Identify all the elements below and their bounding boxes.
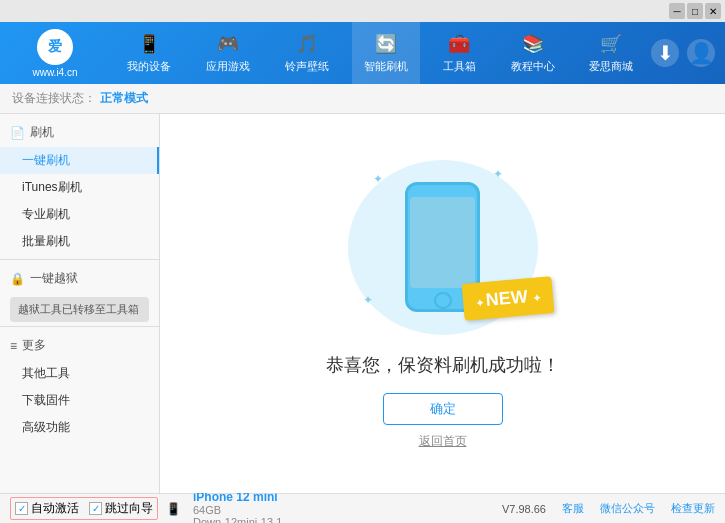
sidebar-section-more: ≡ 更多	[0, 331, 159, 360]
bottom-left: ✓ 自动激活 ✓ 跳过向导 📱 iPhone 12 mini 64GB Down…	[10, 490, 282, 524]
more-section-label: 更多	[22, 337, 46, 354]
device-capacity: 64GB	[193, 504, 282, 516]
device-info: iPhone 12 mini 64GB Down-12mini-13.1	[185, 490, 282, 524]
nav-icon-4: 🧰	[448, 33, 470, 55]
phone-screen	[410, 197, 475, 288]
skip-wizard-checkbox[interactable]: ✓ 跳过向导	[89, 500, 153, 517]
illustration-area: ✦ ✦ ✦ NEW 恭喜您，保资料刷机成功啦！ 确定 返回首页	[160, 114, 725, 493]
nav-item-1[interactable]: 🎮应用游戏	[194, 22, 262, 84]
sidebar-item-other-tools[interactable]: 其他工具	[0, 360, 159, 387]
more-icon: ≡	[10, 339, 17, 353]
flash-section-icon: 📄	[10, 126, 25, 140]
jailbreak-section-label: 一键越狱	[30, 270, 78, 287]
nav-label-3: 智能刷机	[364, 59, 408, 74]
sidebar-item-onekey-flash[interactable]: 一键刷机	[0, 147, 159, 174]
main-area: ✦ ✦ ✦ NEW 恭喜您，保资料刷机成功啦！ 确定 返回首页	[160, 114, 725, 493]
maximize-button[interactable]: □	[687, 3, 703, 19]
nav-icon-3: 🔄	[375, 33, 397, 55]
sidebar-item-pro-flash[interactable]: 专业刷机	[0, 201, 159, 228]
flash-section-label: 刷机	[30, 124, 54, 141]
sidebar-item-advanced[interactable]: 高级功能	[0, 414, 159, 441]
nav-label-0: 我的设备	[127, 59, 171, 74]
nav-icon-0: 📱	[138, 33, 160, 55]
minimize-button[interactable]: ─	[669, 3, 685, 19]
account-button[interactable]: 👤	[687, 39, 715, 67]
new-badge-text: NEW	[485, 286, 529, 310]
nav-icon-6: 🛒	[600, 33, 622, 55]
nav-item-4[interactable]: 🧰工具箱	[431, 22, 488, 84]
bottom-right: V7.98.66 客服 微信公众号 检查更新	[502, 501, 715, 516]
nav-item-5[interactable]: 📚教程中心	[499, 22, 567, 84]
back-link[interactable]: 返回首页	[419, 433, 467, 450]
nav-label-6: 爱思商城	[589, 59, 633, 74]
nav-item-2[interactable]: 🎵铃声壁纸	[273, 22, 341, 84]
service-link[interactable]: 客服	[562, 501, 584, 516]
nav-label-5: 教程中心	[511, 59, 555, 74]
nav-item-6[interactable]: 🛒爱思商城	[577, 22, 645, 84]
sidebar-section-jailbreak: 🔒 一键越狱	[0, 264, 159, 293]
logo-icon: 爱	[37, 29, 73, 65]
device-area: 📱 iPhone 12 mini 64GB Down-12mini-13.1	[166, 490, 282, 524]
nav-item-3[interactable]: 🔄智能刷机	[352, 22, 420, 84]
wechat-link[interactable]: 微信公众号	[600, 501, 655, 516]
nav-icon-1: 🎮	[217, 33, 239, 55]
sidebar-divider-1	[0, 259, 159, 260]
auto-activate-label: 自动激活	[31, 500, 79, 517]
header-right: ⬇ 👤	[651, 39, 725, 67]
star-3: ✦	[363, 293, 373, 307]
new-badge: NEW	[461, 276, 554, 321]
logo-area: 爱 www.i4.cn	[0, 29, 110, 78]
sidebar: 📄 刷机 一键刷机 iTunes刷机 专业刷机 批量刷机 🔒 一键越狱 越狱工具…	[0, 114, 160, 493]
sidebar-divider-2	[0, 326, 159, 327]
sidebar-item-batch-flash[interactable]: 批量刷机	[0, 228, 159, 255]
version-text: V7.98.66	[502, 503, 546, 515]
device-phone-icon: 📱	[166, 502, 181, 516]
star-2: ✦	[493, 167, 503, 181]
status-bar: 设备连接状态： 正常模式	[0, 84, 725, 114]
header: 爱 www.i4.cn 📱我的设备🎮应用游戏🎵铃声壁纸🔄智能刷机🧰工具箱📚教程中…	[0, 22, 725, 84]
nav-icon-5: 📚	[522, 33, 544, 55]
status-value: 正常模式	[100, 90, 148, 107]
title-bar: ─ □ ✕	[0, 0, 725, 22]
auto-activate-checkbox[interactable]: ✓ 自动激活	[15, 500, 79, 517]
close-button[interactable]: ✕	[705, 3, 721, 19]
nav-label-1: 应用游戏	[206, 59, 250, 74]
jailbreak-warning-text: 越狱工具已转移至工具箱	[18, 303, 139, 315]
logo-text: www.i4.cn	[32, 67, 77, 78]
sidebar-section-flash: 📄 刷机	[0, 118, 159, 147]
download-button[interactable]: ⬇	[651, 39, 679, 67]
sidebar-item-download-firmware[interactable]: 下载固件	[0, 387, 159, 414]
checkbox-group: ✓ 自动激活 ✓ 跳过向导	[10, 497, 158, 520]
content-wrapper: 📄 刷机 一键刷机 iTunes刷机 专业刷机 批量刷机 🔒 一键越狱 越狱工具…	[0, 114, 725, 493]
update-link[interactable]: 检查更新	[671, 501, 715, 516]
nav-bar: 📱我的设备🎮应用游戏🎵铃声壁纸🔄智能刷机🧰工具箱📚教程中心🛒爱思商城	[110, 22, 651, 84]
lock-icon: 🔒	[10, 272, 25, 286]
nav-label-2: 铃声壁纸	[285, 59, 329, 74]
device-model: Down-12mini-13.1	[193, 516, 282, 524]
phone-illustration: ✦ ✦ ✦ NEW	[343, 157, 543, 337]
auto-activate-check-icon: ✓	[15, 502, 28, 515]
success-text: 恭喜您，保资料刷机成功啦！	[326, 353, 560, 377]
star-1: ✦	[373, 172, 383, 186]
bottom-bar: ✓ 自动激活 ✓ 跳过向导 📱 iPhone 12 mini 64GB Down…	[0, 493, 725, 523]
nav-icon-2: 🎵	[296, 33, 318, 55]
nav-label-4: 工具箱	[443, 59, 476, 74]
jailbreak-warning-box: 越狱工具已转移至工具箱	[10, 297, 149, 322]
nav-item-0[interactable]: 📱我的设备	[115, 22, 183, 84]
skip-wizard-check-icon: ✓	[89, 502, 102, 515]
confirm-button[interactable]: 确定	[383, 393, 503, 425]
phone-home-button	[434, 292, 452, 309]
status-label: 设备连接状态：	[12, 90, 96, 107]
skip-wizard-label: 跳过向导	[105, 500, 153, 517]
sidebar-item-itunes-flash[interactable]: iTunes刷机	[0, 174, 159, 201]
